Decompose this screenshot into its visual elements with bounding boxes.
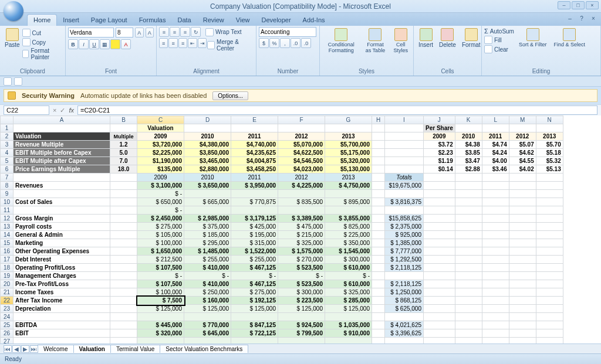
cell[interactable] [110, 124, 137, 132]
underline-button[interactable]: U [89, 39, 99, 49]
cell[interactable]: $ 4,021,625 [385, 321, 424, 329]
tab-formulas[interactable]: Formulas [133, 15, 172, 26]
cell[interactable]: $2.23 [424, 149, 455, 157]
valuation-header[interactable]: Valuation [137, 124, 184, 132]
cell[interactable]: $0.14 [424, 165, 455, 174]
cell[interactable] [536, 297, 563, 305]
row-header-14[interactable]: 14 [1, 231, 13, 239]
cell[interactable]: $ 2,450,000 [137, 215, 184, 223]
decrease-decimal-button[interactable]: .0 [301, 38, 311, 48]
cell[interactable] [385, 141, 424, 149]
delete-cells-button[interactable]: Delete [437, 27, 458, 49]
data-row-label[interactable]: Income Taxes [13, 288, 110, 297]
col-header-L[interactable]: L [482, 116, 509, 124]
cell[interactable] [184, 190, 231, 198]
cell[interactable] [509, 231, 536, 239]
cell[interactable]: $ 125,000 [184, 305, 231, 313]
col-header-G[interactable]: G [325, 116, 372, 124]
name-box[interactable]: C22 [4, 106, 49, 115]
cell[interactable] [536, 215, 563, 223]
cell[interactable]: 2013 [325, 174, 372, 182]
maximize-button[interactable]: □ [572, 1, 585, 9]
cell[interactable]: $ 185,000 [184, 231, 231, 239]
val-row-label[interactable]: Revenue Multiple [13, 141, 110, 149]
cell[interactable]: $ 3,389,500 [278, 215, 325, 223]
cell[interactable]: $ - [278, 272, 325, 280]
enter-icon[interactable]: ✓ [60, 107, 65, 114]
cell[interactable]: $ 160,000 [184, 297, 231, 305]
cell[interactable]: $ 665,000 [184, 198, 231, 206]
cell[interactable] [536, 313, 563, 321]
cell[interactable]: $5.07 [509, 141, 536, 149]
cell[interactable]: $4,235,625 [231, 149, 278, 157]
cell[interactable]: $3.47 [455, 157, 482, 165]
col-header-F[interactable]: F [278, 116, 325, 124]
col-header-H[interactable]: H [372, 116, 385, 124]
cell[interactable]: $ 847,125 [231, 321, 278, 329]
cell[interactable]: $3.85 [455, 149, 482, 157]
align-bottom-button[interactable]: ≡ [180, 27, 190, 37]
help-icon[interactable]: ? [578, 15, 586, 22]
cell[interactable]: $2,225,000 [137, 149, 184, 157]
cell[interactable] [110, 264, 137, 272]
cell[interactable]: $ 285,000 [325, 297, 372, 305]
row-header-12[interactable]: 12 [1, 215, 13, 223]
cell[interactable] [536, 247, 563, 256]
cell[interactable] [184, 313, 231, 321]
tab-developer[interactable]: Developer [255, 15, 296, 26]
minimize-button[interactable]: – [558, 1, 570, 9]
cell[interactable] [385, 157, 424, 165]
cell[interactable] [455, 280, 482, 288]
cell[interactable] [110, 280, 137, 288]
row-header-23[interactable]: 23 [1, 305, 13, 313]
row-header-2[interactable]: 2 [1, 132, 13, 141]
cell[interactable]: $ 255,000 [231, 256, 278, 264]
cell[interactable] [372, 272, 385, 280]
row-header-3[interactable]: 3 [1, 141, 13, 149]
cell[interactable]: $ 275,000 [231, 288, 278, 297]
cell[interactable] [424, 305, 455, 313]
cell[interactable] [231, 206, 278, 215]
cell[interactable]: $ 895,000 [325, 198, 372, 206]
cell[interactable] [424, 174, 455, 182]
cell[interactable] [325, 124, 372, 132]
cell[interactable] [482, 206, 509, 215]
cell[interactable]: 2011 [231, 132, 278, 141]
cell[interactable]: $ 825,000 [325, 223, 372, 231]
cell[interactable]: 2010 [184, 174, 231, 182]
data-row-label[interactable]: After Tax Income [13, 297, 110, 305]
cell[interactable] [536, 321, 563, 329]
cell[interactable]: $ 192,125 [231, 297, 278, 305]
cell[interactable]: $ 3,650,000 [184, 182, 231, 190]
cell[interactable]: $ 325,000 [278, 239, 325, 247]
sheet-nav-prev[interactable]: ◀ [12, 345, 21, 353]
cell[interactable]: $5,320,000 [325, 157, 372, 165]
cell[interactable] [424, 313, 455, 321]
cell[interactable]: $ - [137, 190, 184, 198]
cell[interactable]: 2011 [231, 174, 278, 182]
bold-button[interactable]: B [68, 39, 78, 49]
cell[interactable] [424, 198, 455, 206]
cell[interactable]: $ 799,500 [278, 329, 325, 338]
row-header-21[interactable]: 21 [1, 288, 13, 297]
row-header-9[interactable]: 9 [1, 190, 13, 198]
cell[interactable]: $4.00 [482, 157, 509, 165]
cell[interactable] [372, 247, 385, 256]
cell[interactable] [509, 280, 536, 288]
align-right-button[interactable]: ≡ [178, 38, 187, 48]
cell[interactable] [372, 288, 385, 297]
row-header-16[interactable]: 16 [1, 247, 13, 256]
data-row-label[interactable]: Pre-Tax Profit/Loss [13, 280, 110, 288]
close-button[interactable]: × [586, 1, 599, 9]
data-row-label[interactable]: Cost of Sales [13, 198, 110, 206]
grow-font-button[interactable]: A [135, 28, 144, 38]
align-left-button[interactable]: ≡ [159, 38, 168, 48]
cell[interactable]: $5,700,000 [325, 141, 372, 149]
cell[interactable]: $ 350,000 [325, 239, 372, 247]
cell[interactable]: $ - [325, 272, 372, 280]
cell[interactable]: $ 107,500 [137, 280, 184, 288]
row-header-8[interactable]: 8 [1, 182, 13, 190]
sheet-tab-valuation[interactable]: Valuation [73, 345, 111, 353]
tab-view[interactable]: View [230, 15, 256, 26]
cell[interactable] [385, 313, 424, 321]
